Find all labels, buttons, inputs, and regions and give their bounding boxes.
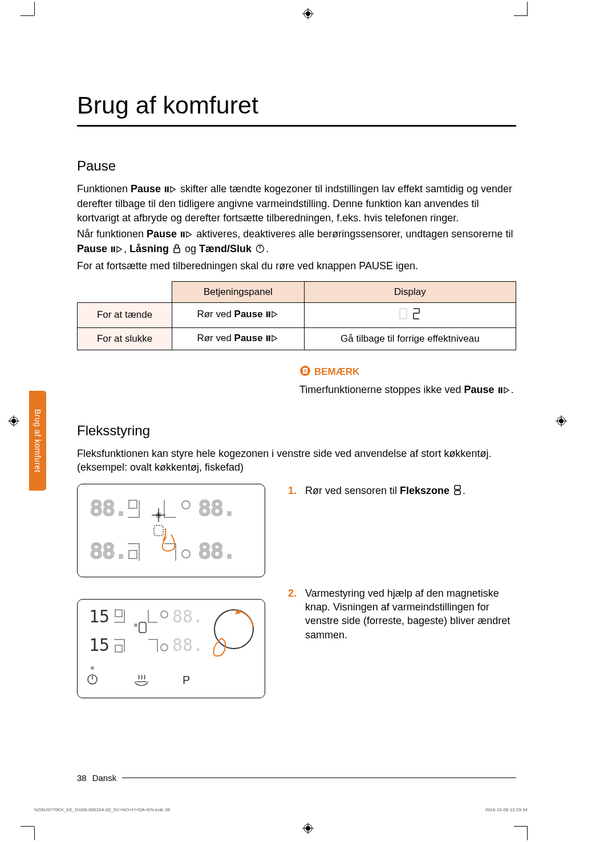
- step-text: Rør ved sensoren til Flekszone .: [305, 484, 465, 499]
- svg-text:15: 15: [89, 635, 110, 655]
- footer-rule: [122, 778, 516, 778]
- registration-mark: [302, 823, 314, 834]
- pause-table: Betjeningspanel Display For at tænde Rør…: [77, 281, 516, 350]
- svg-text:88.: 88.: [198, 539, 236, 562]
- page-number: 38: [77, 773, 87, 783]
- svg-text:15: 15: [89, 606, 110, 626]
- svg-rect-22: [174, 248, 180, 253]
- step-item: 2. Varmestyring ved hjælp af den magneti…: [288, 586, 516, 642]
- td-row1-label: For at tænde: [78, 302, 172, 327]
- text: og: [182, 243, 199, 254]
- step-1: 1. Rør ved sensoren til Flekszone .: [288, 484, 516, 499]
- svg-point-55: [161, 611, 168, 618]
- svg-text:P: P: [183, 674, 190, 686]
- svg-rect-26: [269, 311, 271, 317]
- registration-mark: [556, 415, 567, 427]
- pause-paragraph-3: For at fortsætte med tilberedningen skal…: [77, 259, 516, 273]
- svg-rect-35: [499, 387, 500, 393]
- th-display: Display: [304, 281, 516, 302]
- svg-point-53: [134, 624, 137, 627]
- pause-play-icon: [266, 310, 278, 321]
- page-title: Brug af komfuret: [77, 91, 516, 127]
- svg-rect-20: [111, 246, 113, 252]
- note-heading-text: BEMÆRK: [314, 366, 359, 378]
- pause-play-icon: [111, 243, 123, 257]
- control-panel-diagram-1: 88. 88.: [77, 484, 265, 577]
- svg-rect-49: [455, 485, 460, 489]
- svg-rect-25: [266, 311, 268, 317]
- step-text: Varmestyring ved hjælp af den magnetiske…: [305, 586, 516, 642]
- text-bold: Pause: [234, 333, 266, 343]
- text: Timerfunktionerne stoppes ikke ved: [299, 384, 464, 395]
- svg-text:88.: 88.: [90, 496, 127, 520]
- step-number: 2.: [288, 586, 299, 642]
- th-panel: Betjeningspanel: [172, 281, 305, 302]
- svg-text:88.: 88.: [198, 496, 236, 520]
- text: ,: [124, 243, 129, 254]
- section-heading-pause: Pause: [77, 158, 516, 174]
- note-text: Timerfunktionerne stoppes ikke ved Pause…: [299, 383, 516, 398]
- pause-play-icon: [181, 228, 192, 242]
- side-tab-label: Brug af komfuret: [33, 409, 42, 473]
- text-bold: Pause: [234, 309, 266, 319]
- crop-mark: [21, 15, 34, 16]
- note-icon: [299, 365, 311, 379]
- section-flex: Fleksstyring Fleksfunktionen kan styre h…: [77, 423, 516, 698]
- registration-mark: [302, 8, 314, 19]
- pause-paragraph-2: Når funktionen Pause aktiveres, deaktive…: [77, 227, 516, 257]
- power-icon: [256, 243, 265, 257]
- text: Rør ved sensoren til: [305, 485, 400, 496]
- step-number: 1.: [288, 484, 299, 499]
- pause-play-icon: [499, 384, 510, 398]
- svg-rect-54: [139, 622, 146, 633]
- print-timestamp: 2016-12-06 12:29:34: [485, 807, 528, 812]
- svg-rect-50: [455, 491, 460, 495]
- text: Rør ved: [197, 309, 234, 319]
- svg-rect-44: [154, 525, 163, 536]
- text: Funktionen: [77, 183, 131, 195]
- crop-mark: [527, 827, 528, 840]
- svg-rect-28: [266, 335, 268, 341]
- text: Rør ved: [197, 333, 234, 343]
- text-bold: Pause: [131, 183, 164, 195]
- td-row2-panel: Rør ved Pause: [172, 327, 305, 350]
- svg-rect-21: [114, 246, 115, 252]
- svg-rect-18: [181, 232, 183, 237]
- note-box: BEMÆRK Timerfunktionerne stoppes ikke ve…: [299, 365, 516, 398]
- crop-mark: [21, 826, 34, 827]
- svg-rect-46: [129, 550, 137, 558]
- flex-intro: Fleksfunktionen kan styre hele kogezonen…: [77, 447, 516, 475]
- step-item: 1. Rør ved sensoren til Flekszone .: [288, 484, 516, 499]
- text: .: [266, 243, 269, 254]
- svg-rect-17: [167, 187, 169, 192]
- control-panel-diagram-2: 15 88. 15: [77, 599, 265, 698]
- text-bold: Pause: [147, 228, 180, 240]
- text-bold: Pause: [77, 243, 110, 254]
- svg-rect-52: [115, 610, 122, 617]
- lock-icon: [173, 243, 181, 257]
- text: .: [511, 384, 514, 395]
- page-footer: 38 Dansk: [77, 773, 516, 783]
- display-segment-icon: [399, 307, 422, 320]
- svg-rect-38: [129, 500, 137, 508]
- td-row1-display: [304, 302, 516, 327]
- svg-point-63: [91, 666, 94, 670]
- svg-rect-19: [183, 232, 185, 237]
- text: .: [463, 485, 465, 496]
- text: Når funktionen: [77, 228, 147, 240]
- svg-point-39: [182, 501, 190, 509]
- svg-point-61: [161, 644, 168, 651]
- td-row2-label: For at slukke: [78, 327, 172, 350]
- text-bold: Tænd/Sluk: [199, 243, 254, 254]
- td-row2-display: Gå tilbage til forrige effektniveau: [304, 327, 516, 350]
- svg-text:88.: 88.: [172, 606, 203, 626]
- side-tab: Brug af komfuret: [29, 391, 46, 491]
- pause-play-icon: [266, 334, 278, 345]
- print-file: NZ84J9770EK_EE_DG68-00632A-02_SV+NO+FI+D…: [34, 807, 170, 812]
- svg-rect-36: [501, 387, 502, 393]
- flex-row-2: 15 88. 15: [77, 586, 516, 698]
- crop-mark: [514, 15, 528, 16]
- svg-text:88.: 88.: [172, 635, 203, 655]
- text-bold: Pause: [464, 384, 497, 395]
- note-heading: BEMÆRK: [299, 365, 516, 379]
